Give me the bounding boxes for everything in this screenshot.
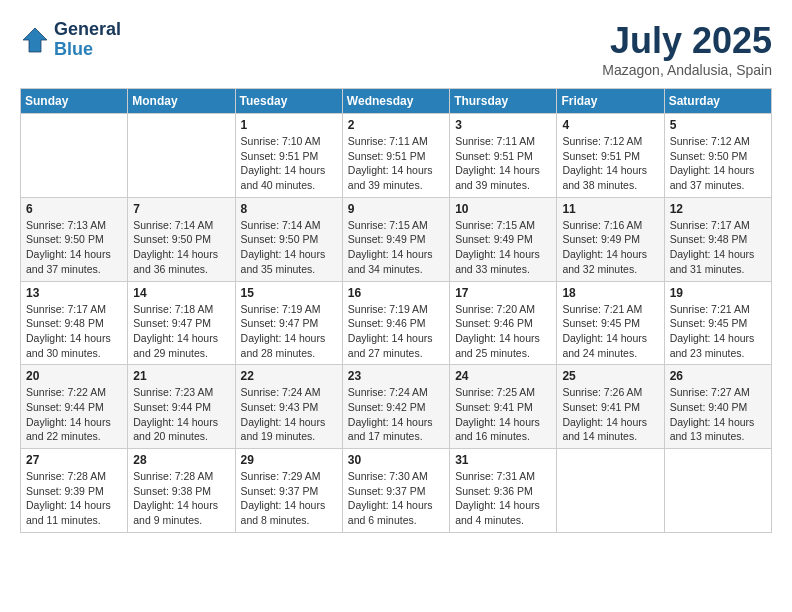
calendar-cell: 19Sunrise: 7:21 AMSunset: 9:45 PMDayligh… — [664, 281, 771, 365]
day-number: 23 — [348, 369, 444, 383]
calendar-cell: 31Sunrise: 7:31 AMSunset: 9:36 PMDayligh… — [450, 449, 557, 533]
cell-info: Sunrise: 7:20 AMSunset: 9:46 PMDaylight:… — [455, 302, 551, 361]
cell-info: Sunrise: 7:12 AMSunset: 9:51 PMDaylight:… — [562, 134, 658, 193]
day-number: 15 — [241, 286, 337, 300]
cell-info: Sunrise: 7:17 AMSunset: 9:48 PMDaylight:… — [670, 218, 766, 277]
title-block: July 2025 Mazagon, Andalusia, Spain — [602, 20, 772, 78]
cell-info: Sunrise: 7:15 AMSunset: 9:49 PMDaylight:… — [348, 218, 444, 277]
day-number: 21 — [133, 369, 229, 383]
day-number: 31 — [455, 453, 551, 467]
day-number: 17 — [455, 286, 551, 300]
calendar-cell: 7Sunrise: 7:14 AMSunset: 9:50 PMDaylight… — [128, 197, 235, 281]
cell-info: Sunrise: 7:12 AMSunset: 9:50 PMDaylight:… — [670, 134, 766, 193]
day-number: 28 — [133, 453, 229, 467]
cell-info: Sunrise: 7:24 AMSunset: 9:42 PMDaylight:… — [348, 385, 444, 444]
location: Mazagon, Andalusia, Spain — [602, 62, 772, 78]
calendar-cell: 30Sunrise: 7:30 AMSunset: 9:37 PMDayligh… — [342, 449, 449, 533]
day-number: 20 — [26, 369, 122, 383]
cell-info: Sunrise: 7:30 AMSunset: 9:37 PMDaylight:… — [348, 469, 444, 528]
weekday-header-friday: Friday — [557, 89, 664, 114]
calendar-cell: 27Sunrise: 7:28 AMSunset: 9:39 PMDayligh… — [21, 449, 128, 533]
day-number: 30 — [348, 453, 444, 467]
day-number: 14 — [133, 286, 229, 300]
calendar-cell: 5Sunrise: 7:12 AMSunset: 9:50 PMDaylight… — [664, 114, 771, 198]
day-number: 29 — [241, 453, 337, 467]
calendar-cell: 6Sunrise: 7:13 AMSunset: 9:50 PMDaylight… — [21, 197, 128, 281]
day-number: 13 — [26, 286, 122, 300]
cell-info: Sunrise: 7:27 AMSunset: 9:40 PMDaylight:… — [670, 385, 766, 444]
day-number: 11 — [562, 202, 658, 216]
calendar-cell: 9Sunrise: 7:15 AMSunset: 9:49 PMDaylight… — [342, 197, 449, 281]
cell-info: Sunrise: 7:31 AMSunset: 9:36 PMDaylight:… — [455, 469, 551, 528]
weekday-header-saturday: Saturday — [664, 89, 771, 114]
calendar-cell: 21Sunrise: 7:23 AMSunset: 9:44 PMDayligh… — [128, 365, 235, 449]
day-number: 5 — [670, 118, 766, 132]
day-number: 18 — [562, 286, 658, 300]
cell-info: Sunrise: 7:28 AMSunset: 9:39 PMDaylight:… — [26, 469, 122, 528]
cell-info: Sunrise: 7:23 AMSunset: 9:44 PMDaylight:… — [133, 385, 229, 444]
calendar-cell: 8Sunrise: 7:14 AMSunset: 9:50 PMDaylight… — [235, 197, 342, 281]
weekday-header-thursday: Thursday — [450, 89, 557, 114]
calendar-cell — [128, 114, 235, 198]
weekday-header-tuesday: Tuesday — [235, 89, 342, 114]
day-number: 2 — [348, 118, 444, 132]
cell-info: Sunrise: 7:19 AMSunset: 9:46 PMDaylight:… — [348, 302, 444, 361]
cell-info: Sunrise: 7:28 AMSunset: 9:38 PMDaylight:… — [133, 469, 229, 528]
cell-info: Sunrise: 7:14 AMSunset: 9:50 PMDaylight:… — [133, 218, 229, 277]
cell-info: Sunrise: 7:15 AMSunset: 9:49 PMDaylight:… — [455, 218, 551, 277]
calendar-cell: 2Sunrise: 7:11 AMSunset: 9:51 PMDaylight… — [342, 114, 449, 198]
calendar-cell: 29Sunrise: 7:29 AMSunset: 9:37 PMDayligh… — [235, 449, 342, 533]
cell-info: Sunrise: 7:21 AMSunset: 9:45 PMDaylight:… — [670, 302, 766, 361]
cell-info: Sunrise: 7:17 AMSunset: 9:48 PMDaylight:… — [26, 302, 122, 361]
calendar-cell: 11Sunrise: 7:16 AMSunset: 9:49 PMDayligh… — [557, 197, 664, 281]
day-number: 19 — [670, 286, 766, 300]
day-number: 22 — [241, 369, 337, 383]
cell-info: Sunrise: 7:11 AMSunset: 9:51 PMDaylight:… — [348, 134, 444, 193]
calendar-table: SundayMondayTuesdayWednesdayThursdayFrid… — [20, 88, 772, 533]
weekday-header-monday: Monday — [128, 89, 235, 114]
calendar-cell: 25Sunrise: 7:26 AMSunset: 9:41 PMDayligh… — [557, 365, 664, 449]
calendar-cell: 28Sunrise: 7:28 AMSunset: 9:38 PMDayligh… — [128, 449, 235, 533]
day-number: 4 — [562, 118, 658, 132]
calendar-cell: 10Sunrise: 7:15 AMSunset: 9:49 PMDayligh… — [450, 197, 557, 281]
day-number: 12 — [670, 202, 766, 216]
cell-info: Sunrise: 7:21 AMSunset: 9:45 PMDaylight:… — [562, 302, 658, 361]
calendar-cell: 18Sunrise: 7:21 AMSunset: 9:45 PMDayligh… — [557, 281, 664, 365]
cell-info: Sunrise: 7:11 AMSunset: 9:51 PMDaylight:… — [455, 134, 551, 193]
cell-info: Sunrise: 7:14 AMSunset: 9:50 PMDaylight:… — [241, 218, 337, 277]
cell-info: Sunrise: 7:16 AMSunset: 9:49 PMDaylight:… — [562, 218, 658, 277]
calendar-cell: 24Sunrise: 7:25 AMSunset: 9:41 PMDayligh… — [450, 365, 557, 449]
calendar-cell: 17Sunrise: 7:20 AMSunset: 9:46 PMDayligh… — [450, 281, 557, 365]
calendar-cell: 26Sunrise: 7:27 AMSunset: 9:40 PMDayligh… — [664, 365, 771, 449]
calendar-cell: 20Sunrise: 7:22 AMSunset: 9:44 PMDayligh… — [21, 365, 128, 449]
cell-info: Sunrise: 7:24 AMSunset: 9:43 PMDaylight:… — [241, 385, 337, 444]
calendar-cell: 23Sunrise: 7:24 AMSunset: 9:42 PMDayligh… — [342, 365, 449, 449]
logo: General Blue — [20, 20, 121, 60]
calendar-cell: 1Sunrise: 7:10 AMSunset: 9:51 PMDaylight… — [235, 114, 342, 198]
day-number: 7 — [133, 202, 229, 216]
day-number: 1 — [241, 118, 337, 132]
page-header: General Blue July 2025 Mazagon, Andalusi… — [20, 20, 772, 78]
calendar-cell: 4Sunrise: 7:12 AMSunset: 9:51 PMDaylight… — [557, 114, 664, 198]
day-number: 8 — [241, 202, 337, 216]
cell-info: Sunrise: 7:25 AMSunset: 9:41 PMDaylight:… — [455, 385, 551, 444]
day-number: 24 — [455, 369, 551, 383]
day-number: 9 — [348, 202, 444, 216]
day-number: 27 — [26, 453, 122, 467]
cell-info: Sunrise: 7:22 AMSunset: 9:44 PMDaylight:… — [26, 385, 122, 444]
calendar-cell: 12Sunrise: 7:17 AMSunset: 9:48 PMDayligh… — [664, 197, 771, 281]
calendar-cell: 14Sunrise: 7:18 AMSunset: 9:47 PMDayligh… — [128, 281, 235, 365]
cell-info: Sunrise: 7:10 AMSunset: 9:51 PMDaylight:… — [241, 134, 337, 193]
calendar-cell: 22Sunrise: 7:24 AMSunset: 9:43 PMDayligh… — [235, 365, 342, 449]
day-number: 3 — [455, 118, 551, 132]
day-number: 25 — [562, 369, 658, 383]
cell-info: Sunrise: 7:26 AMSunset: 9:41 PMDaylight:… — [562, 385, 658, 444]
cell-info: Sunrise: 7:19 AMSunset: 9:47 PMDaylight:… — [241, 302, 337, 361]
logo-icon — [20, 25, 50, 55]
day-number: 10 — [455, 202, 551, 216]
calendar-cell: 15Sunrise: 7:19 AMSunset: 9:47 PMDayligh… — [235, 281, 342, 365]
day-number: 6 — [26, 202, 122, 216]
day-number: 26 — [670, 369, 766, 383]
logo-text: General Blue — [54, 20, 121, 60]
calendar-cell — [664, 449, 771, 533]
